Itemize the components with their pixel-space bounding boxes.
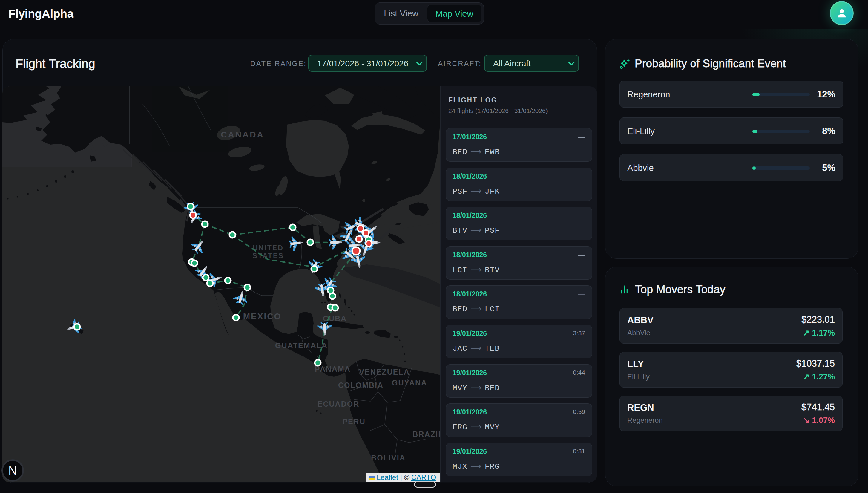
svg-text:PERU: PERU xyxy=(342,417,365,426)
svg-text:GUYANA: GUYANA xyxy=(392,379,427,387)
svg-text:UNITED: UNITED xyxy=(253,244,284,252)
svg-text:VENEZUELA: VENEZUELA xyxy=(359,368,409,376)
svg-text:CUBA: CUBA xyxy=(323,314,347,323)
svg-text:COLOMBIA: COLOMBIA xyxy=(338,381,383,389)
svg-text:ECUADOR: ECUADOR xyxy=(317,400,359,408)
svg-text:PANAMA: PANAMA xyxy=(315,365,351,373)
svg-text:MEXICO: MEXICO xyxy=(243,312,281,321)
svg-text:STATES: STATES xyxy=(252,252,284,260)
svg-text:BRAZIL: BRAZIL xyxy=(413,430,440,438)
svg-text:BOLIVIA: BOLIVIA xyxy=(371,454,405,462)
svg-text:GUATEMALA: GUATEMALA xyxy=(275,341,328,349)
svg-text:CANADA: CANADA xyxy=(221,130,264,139)
